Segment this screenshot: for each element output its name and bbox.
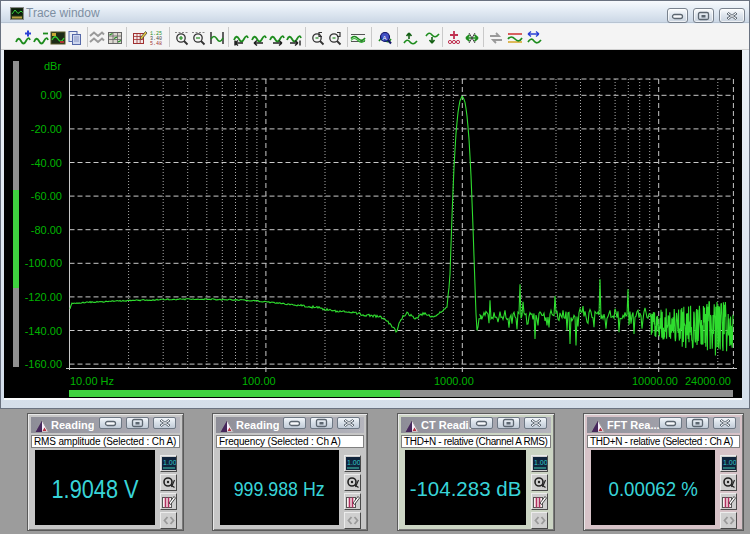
svg-text:1.00: 1.00 [347, 459, 360, 466]
svg-text:1.00: 1.00 [163, 459, 176, 466]
svg-text:1.00: 1.00 [534, 459, 547, 466]
svg-text:1.00: 1.00 [723, 459, 736, 466]
